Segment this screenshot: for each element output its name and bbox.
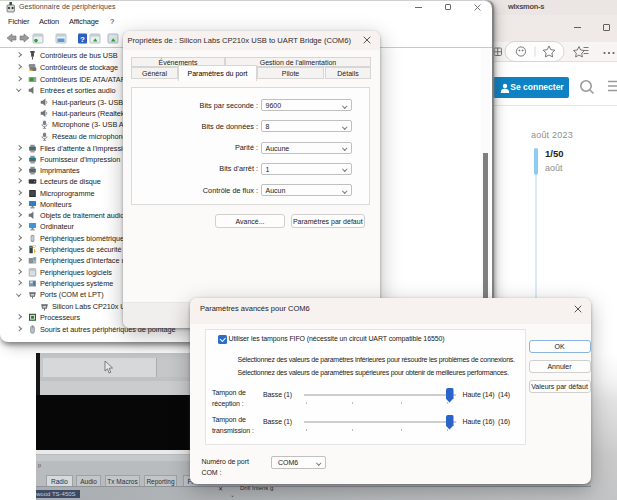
svg-text:?: ? — [80, 35, 85, 44]
